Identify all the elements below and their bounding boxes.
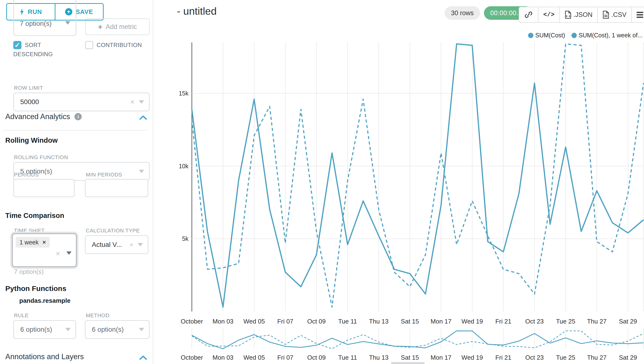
chevron-down-icon[interactable] [139,170,144,173]
x-axis-tick-label: Fri 07 [277,354,293,361]
pandas-resample-label: pandas.resample [19,297,70,304]
x-axis-tick-label: Oct 09 [307,318,326,325]
python-functions-title: Python Functions [5,284,66,293]
time-shift-label: TIME SHIFT [14,228,44,234]
chevron-down-icon[interactable] [65,21,70,24]
remove-tag-icon[interactable]: × [42,239,46,246]
x-axis-tick-label: Wed 19 [462,318,483,325]
metric-select-value: 7 option(s) [20,20,52,28]
x-axis-tick-label: Wed 19 [462,354,483,361]
annotations-layers-header: Annotations and Layers [5,352,84,361]
periods-input[interactable] [13,179,75,197]
save-button-label: SAVE [76,8,93,16]
rule-value: 6 option(s) [20,326,52,334]
method-select[interactable]: 6 option(s) [85,320,150,339]
contribution-label: CONTRIBUTION [97,42,142,48]
y-axis-tick-label: 5k [182,235,189,242]
y-axis-tick-label: 10k [179,163,189,170]
x-axis-tick-label: Thu 27 [587,318,607,325]
x-axis-tick-label: October [181,318,203,325]
info-icon: i [74,113,82,120]
time-shift-helper: 7 option(s) [14,268,44,276]
min-periods-input[interactable] [85,179,148,197]
x-axis-tick-label: Fri 21 [495,354,511,361]
x-axis-tick-label: Tue 25 [556,354,575,361]
row-limit-value: 50000 [20,98,39,106]
x-axis-tick-label: Tue 25 [556,318,575,325]
x-axis-tick-label: Tue 11 [338,318,357,325]
x-axis-tick-label: Mon 17 [431,318,452,325]
series-line-dashed[interactable] [192,331,644,348]
calculation-type-value: Actual V... [92,241,122,248]
x-axis-tick-label: Wed 05 [244,318,265,325]
advanced-analytics-header: Advanced Analytics i [5,112,82,121]
checkbox-unchecked-icon[interactable] [85,41,93,49]
series-line-solid[interactable] [192,44,644,307]
x-axis-tick-label: Fri 21 [495,318,511,325]
plus-icon: + [98,22,102,31]
chevron-down-icon[interactable] [138,243,143,246]
add-metric-label: Add metric [106,23,137,30]
chart-area: - untitled 30 rows 00:00:00.15 </> [153,0,644,364]
x-axis-tick-label: Sat 15 [401,318,419,325]
chart-explorer: RUN + SAVE 7 option(s) + Add metric ✓SOR… [0,0,644,364]
time-shift-tag-label: 1 week [20,239,38,246]
chevron-down-icon[interactable] [139,100,144,104]
x-axis-tick-label: Oct 09 [307,354,326,361]
series-line-dashed[interactable] [192,44,644,307]
rule-label: RULE [14,312,29,319]
x-axis-tick-label: Thu 13 [369,318,388,325]
x-axis-tick-label: Oct 23 [525,354,544,361]
timeseries-line-chart[interactable]: 5k10k15kOctoberMon 03Wed 05Fri 07Oct 09T… [153,0,644,364]
collapse-chevron-up-icon[interactable] [139,115,147,120]
rolling-function-label: ROLLING FUNCTION [14,154,68,160]
chevron-down-icon[interactable] [139,328,144,331]
method-value: 6 option(s) [92,326,124,334]
clear-icon[interactable]: × [130,242,133,248]
x-axis-tick-label: Mon 03 [212,318,234,325]
x-axis-tick-label: Wed 05 [244,354,265,361]
x-axis-tick-label: Fri 07 [277,318,293,325]
divider [3,130,147,131]
x-axis-tick-label: October [181,354,203,361]
x-axis-tick-label: Sat 29 [619,354,637,361]
time-shift-multiselect[interactable]: 1 week × × [12,233,77,267]
x-axis-tick-label: Mon 03 [212,354,234,361]
range-preview-plot[interactable]: OctoberMon 03Wed 05Fri 07Oct 09Tue 11Thu… [181,328,644,361]
rolling-window-title: Rolling Window [5,136,58,144]
row-limit-select[interactable]: 50000 × [13,92,150,111]
sort-descending-checkbox-row[interactable]: ✓SORT DESCENDING [13,40,71,59]
time-shift-tag: 1 week × [16,237,50,248]
x-axis-tick-label: Thu 13 [369,354,388,361]
row-limit-label: ROW LIMIT [14,85,43,91]
chevron-down-icon[interactable] [65,328,70,331]
rolling-function-select[interactable]: 5 option(s) [13,162,150,181]
control-panel-sidebar: RUN + SAVE 7 option(s) + Add metric ✓SOR… [0,0,153,364]
add-metric-button[interactable]: + Add metric [85,18,150,35]
chevron-down-icon[interactable] [66,252,72,255]
y-axis-tick-label: 15k [179,90,189,97]
contribution-checkbox-row[interactable]: CONTRIBUTION [85,40,152,50]
calculation-type-label: CALCULATION TYPE [86,228,140,234]
min-periods-label: MIN PERIODS [86,172,122,178]
x-axis-tick-label: Sat 15 [401,354,419,361]
collapse-chevron-up-icon[interactable] [139,355,147,360]
rule-select[interactable]: 6 option(s) [13,320,76,339]
x-axis-tick-label: Thu 27 [587,354,607,361]
calculation-type-select[interactable]: Actual V... × [85,235,148,254]
periods-label: PERIODS [14,172,39,178]
time-comparison-title: Time Comparison [5,212,64,220]
main-plot[interactable]: 5k10k15kOctoberMon 03Wed 05Fri 07Oct 09T… [179,42,644,325]
x-axis-tick-label: Tue 11 [338,354,357,361]
metric-select-truncated[interactable]: 7 option(s) [13,0,76,36]
method-label: METHOD [86,312,110,319]
partial-bottom-element [391,362,425,364]
x-axis-tick-label: Mon 17 [431,354,452,361]
clear-icon[interactable]: × [130,98,134,106]
x-axis-tick-label: Sat 29 [619,318,637,325]
clear-icon[interactable]: × [56,250,60,257]
x-axis-tick-label: Oct 23 [525,318,544,325]
checkbox-checked-icon[interactable]: ✓ [13,41,22,49]
